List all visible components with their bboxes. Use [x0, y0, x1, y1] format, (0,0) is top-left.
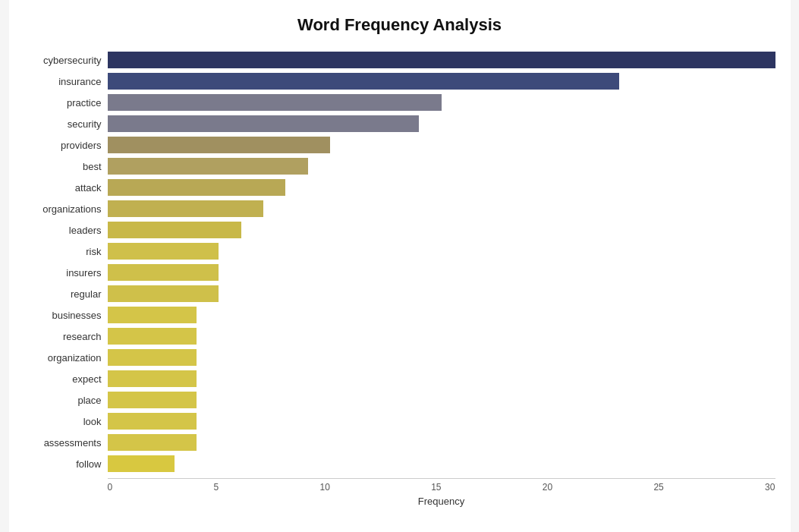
- bar-fill: [108, 285, 219, 302]
- bar-row: insurers: [24, 263, 775, 282]
- bar-track: [108, 73, 775, 90]
- bar-track: [108, 243, 775, 260]
- bar-track: [108, 285, 775, 302]
- chart-container: Word Frequency Analysis cybersecurityins…: [9, 0, 791, 532]
- x-axis-area: 051015202530 Frequency: [108, 478, 775, 507]
- bar-row: cybersecurity: [24, 50, 775, 70]
- bar-track: [108, 370, 775, 387]
- bar-fill: [108, 200, 263, 217]
- bar-fill: [108, 455, 175, 472]
- bar-fill: [108, 243, 219, 260]
- bar-row: organizations: [24, 199, 775, 219]
- bar-label: best: [24, 161, 108, 172]
- bar-fill: [108, 73, 620, 90]
- bar-track: [108, 94, 775, 111]
- bar-fill: [108, 222, 241, 238]
- bar-track: [108, 115, 775, 132]
- x-axis-ticks: 051015202530: [108, 479, 775, 493]
- bar-track: [108, 222, 775, 238]
- bar-track: [108, 158, 775, 175]
- bar-track: [108, 200, 775, 217]
- bar-fill: [108, 413, 197, 430]
- bar-track: [108, 392, 775, 408]
- bar-label: risk: [24, 246, 108, 257]
- bar-fill: [108, 307, 197, 323]
- bar-label: security: [24, 118, 108, 130]
- bar-track: [108, 137, 775, 153]
- bar-fill: [108, 94, 442, 111]
- bar-label: regular: [24, 288, 108, 300]
- bar-row: best: [24, 156, 775, 176]
- bar-label: organizations: [24, 203, 108, 215]
- bar-label: cybersecurity: [24, 55, 108, 66]
- bar-row: assessments: [24, 433, 775, 452]
- bar-row: expect: [24, 369, 775, 389]
- chart-area: cybersecurityinsurancepracticesecuritypr…: [24, 50, 775, 475]
- bar-label: look: [24, 416, 108, 427]
- bar-track: [108, 264, 775, 281]
- bar-track: [108, 328, 775, 345]
- bar-fill: [108, 434, 197, 451]
- bar-label: practice: [24, 97, 108, 109]
- bar-row: practice: [24, 93, 775, 112]
- bar-row: place: [24, 390, 775, 410]
- bar-label: expect: [24, 373, 108, 385]
- x-tick: 0: [108, 482, 113, 493]
- bar-label: attack: [24, 182, 108, 194]
- bar-row: providers: [24, 135, 775, 155]
- bar-fill: [108, 349, 197, 366]
- bar-track: [108, 455, 775, 472]
- bar-label: place: [24, 395, 108, 406]
- bar-row: regular: [24, 284, 775, 304]
- bar-row: risk: [24, 241, 775, 261]
- bar-row: businesses: [24, 305, 775, 325]
- bar-row: leaders: [24, 220, 775, 240]
- bar-row: attack: [24, 178, 775, 197]
- bar-row: look: [24, 411, 775, 431]
- bar-track: [108, 434, 775, 451]
- bar-row: follow: [24, 454, 775, 474]
- bar-fill: [108, 370, 197, 387]
- bar-fill: [108, 179, 286, 196]
- bar-fill: [108, 115, 420, 132]
- bar-label: assessments: [24, 437, 108, 449]
- x-tick: 30: [765, 482, 775, 493]
- bar-fill: [108, 158, 308, 175]
- bar-row: insurance: [24, 71, 775, 91]
- bar-track: [108, 413, 775, 430]
- bar-fill: [108, 264, 219, 281]
- bar-track: [108, 179, 775, 196]
- x-axis-label: Frequency: [108, 496, 775, 507]
- chart-title: Word Frequency Analysis: [24, 15, 775, 35]
- bar-fill: [108, 392, 197, 408]
- bar-label: insurance: [24, 76, 108, 87]
- bar-fill: [108, 328, 197, 345]
- bar-label: leaders: [24, 225, 108, 236]
- x-tick: 20: [543, 482, 552, 493]
- x-tick: 10: [319, 482, 329, 493]
- bar-label: organization: [24, 352, 108, 364]
- bar-fill: [108, 52, 775, 68]
- bar-fill: [108, 137, 330, 153]
- bar-label: businesses: [24, 310, 108, 321]
- bar-row: security: [24, 114, 775, 134]
- bar-label: follow: [24, 458, 108, 470]
- bar-label: research: [24, 331, 108, 342]
- bar-row: research: [24, 326, 775, 346]
- bar-track: [108, 307, 775, 323]
- bar-track: [108, 349, 775, 366]
- x-tick: 15: [431, 482, 441, 493]
- bar-label: insurers: [24, 267, 108, 279]
- x-tick: 5: [213, 482, 219, 493]
- bar-row: organization: [24, 348, 775, 367]
- bar-track: [108, 52, 775, 68]
- x-tick: 25: [653, 482, 663, 493]
- bar-label: providers: [24, 140, 108, 151]
